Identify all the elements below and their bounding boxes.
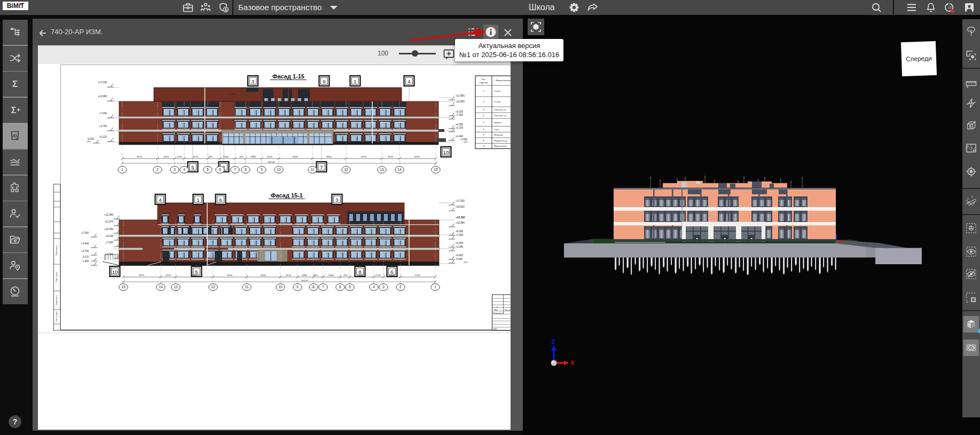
svg-text:Кол.уч: Кол.уч — [505, 309, 511, 311]
svg-text:6370: 6370 — [415, 274, 420, 276]
svg-text:3: 3 — [174, 168, 176, 171]
svg-text:3: 3 — [252, 78, 254, 84]
svg-text:4210: 4210 — [193, 155, 198, 158]
svg-text:4210: 4210 — [358, 274, 364, 276]
svg-text:+9.250: +9.250 — [456, 110, 464, 113]
svg-text:Наименование: Наименование — [496, 79, 511, 82]
svg-text:Инв.№ подл.: Инв.№ подл. — [56, 311, 58, 321]
svg-text:+15.993: +15.993 — [228, 93, 237, 96]
svg-text:+3.150: +3.150 — [456, 126, 464, 129]
svg-text:8: 8 — [312, 285, 315, 289]
svg-text:Σ: Σ — [12, 79, 18, 89]
svg-text:Фасад 15-1: Фасад 15-1 — [271, 192, 303, 199]
svg-text:6: 6 — [339, 285, 341, 289]
svg-text:10: 10 — [443, 149, 449, 155]
svg-text:-0.200: -0.200 — [87, 138, 94, 140]
svg-text:+7.050: +7.050 — [456, 114, 464, 116]
svg-text:5540: 5540 — [328, 274, 334, 276]
svg-text:+12.980: +12.980 — [456, 94, 465, 97]
svg-text:10: 10 — [277, 168, 281, 171]
svg-text:8: 8 — [245, 168, 247, 171]
svg-text:+0.120: +0.120 — [99, 136, 107, 138]
svg-text:3120: 3120 — [163, 155, 169, 158]
svg-text:+12.960: +12.960 — [104, 213, 113, 216]
svg-text:+4.350: +4.350 — [456, 242, 464, 244]
svg-text:+8.280: +8.280 — [456, 230, 464, 233]
svg-text:-0.450: -0.450 — [460, 138, 467, 141]
svg-text:10: 10 — [948, 6, 951, 9]
svg-text:6000: 6000 — [261, 274, 266, 276]
svg-text:13: 13 — [174, 285, 178, 289]
svg-text:3120: 3120 — [389, 274, 395, 276]
svg-text:9: 9 — [261, 168, 263, 171]
svg-text:5: 5 — [349, 285, 351, 289]
svg-text:+0.460: +0.460 — [456, 135, 464, 138]
svg-text:УР.З: УР.З — [464, 262, 468, 264]
svg-text:+0.450: +0.450 — [456, 254, 464, 257]
svg-text:+10.950: +10.950 — [104, 228, 113, 231]
svg-text:Изм: Изм — [494, 309, 498, 311]
svg-text:+17.250: +17.250 — [98, 81, 107, 84]
svg-text:2D: 2D — [12, 133, 17, 138]
svg-text:+9.290: +9.290 — [106, 235, 114, 238]
svg-text:3120: 3120 — [388, 155, 393, 158]
svg-text:+3.750: +3.750 — [99, 125, 107, 128]
svg-text:6000: 6000 — [293, 155, 298, 158]
svg-text:12: 12 — [211, 285, 215, 289]
svg-text:5540: 5540 — [223, 155, 229, 158]
svg-text:+7.060: +7.060 — [106, 241, 114, 244]
svg-text:3: 3 — [382, 285, 385, 289]
svg-text:+12.980: +12.980 — [98, 95, 107, 98]
svg-text:1: 1 — [197, 197, 199, 203]
svg-text:420: 420 — [343, 274, 348, 276]
svg-text:Участки сте: Участки сте — [494, 114, 506, 117]
svg-text:6370: 6370 — [192, 274, 197, 276]
svg-text:+: + — [17, 106, 20, 114]
svg-text:+7.050: +7.050 — [81, 232, 89, 234]
svg-text:15: 15 — [434, 168, 438, 171]
svg-text:1740: 1740 — [375, 274, 381, 276]
svg-text:7: 7 — [322, 285, 324, 289]
svg-text:X: X — [570, 360, 575, 366]
svg-text:3120: 3120 — [166, 274, 171, 276]
svg-text:0.070: 0.070 — [83, 256, 89, 258]
svg-text:+16.920: +16.920 — [456, 205, 465, 208]
svg-text:4: 4 — [159, 197, 161, 203]
svg-text:Участки сте: Участки сте — [494, 108, 506, 111]
svg-text:Поз.: Поз. — [481, 78, 485, 81]
svg-text:Наружные д: Наружные д — [494, 139, 507, 142]
svg-text:10: 10 — [112, 269, 118, 275]
svg-text:Взам.инв.№: Взам.инв.№ — [56, 295, 58, 305]
svg-text:+0.990: +0.990 — [106, 253, 114, 256]
svg-text:+4.350: +4.350 — [456, 123, 464, 126]
svg-text:Z: Z — [552, 338, 555, 345]
svg-text:12: 12 — [344, 168, 348, 171]
svg-text:6: 6 — [323, 78, 325, 84]
svg-text:1: 1 — [967, 197, 969, 200]
svg-text:55720: 55720 — [268, 161, 275, 163]
svg-text:+3.750: +3.750 — [81, 250, 89, 252]
svg-text:3: 3 — [335, 197, 338, 203]
svg-text:1: 1 — [434, 285, 436, 289]
svg-text:460: 460 — [313, 274, 318, 276]
svg-text:3120: 3120 — [286, 274, 291, 276]
svg-text:Водосточны: Водосточны — [494, 145, 507, 147]
svg-text:отделки: отделки — [480, 81, 488, 84]
svg-text:-1.300: -1.300 — [82, 260, 89, 263]
svg-text:2880: 2880 — [302, 274, 307, 276]
svg-text:+3.180: +3.180 — [456, 246, 464, 248]
svg-text:+11.970: +11.970 — [105, 220, 114, 223]
svg-text:1: 1 — [121, 168, 123, 171]
svg-text:4: 4 — [183, 168, 185, 171]
svg-text:5: 5 — [207, 168, 209, 171]
svg-text:5: 5 — [191, 164, 194, 170]
svg-text:3120: 3120 — [267, 155, 272, 158]
svg-text:УР.З: УР.З — [87, 141, 91, 143]
svg-text:11: 11 — [245, 285, 248, 289]
svg-text:420: 420 — [208, 155, 213, 158]
svg-text:Фасад 1-15: Фасад 1-15 — [272, 73, 304, 80]
svg-text:Согласовано: Согласовано — [56, 246, 58, 256]
svg-text:УР.З: УР.З — [464, 141, 468, 144]
svg-text:Σ: Σ — [11, 106, 17, 115]
svg-text:6: 6 — [219, 197, 222, 203]
